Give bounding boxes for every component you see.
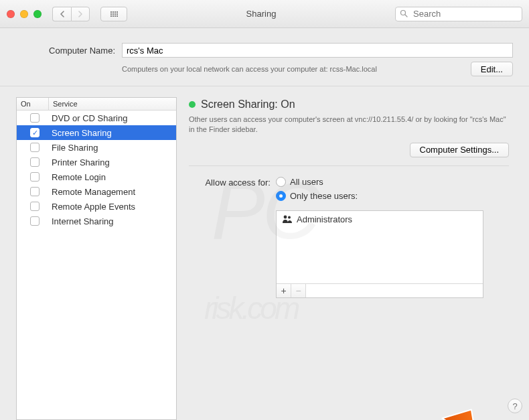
computer-name-input[interactable]: [122, 43, 513, 58]
edit-button[interactable]: Edit...: [471, 62, 513, 76]
radio-all-users[interactable]: [276, 177, 286, 187]
zoom-window-icon[interactable]: [33, 10, 42, 18]
table-row[interactable]: ✓Screen Sharing: [17, 125, 176, 140]
window-title: Sharing: [133, 9, 390, 19]
nav-buttons: [52, 7, 90, 21]
table-row[interactable]: Remote Apple Events: [17, 199, 176, 214]
service-label: DVD or CD Sharing: [49, 113, 172, 123]
annotation-arrow-icon: [437, 403, 485, 420]
table-row[interactable]: Internet Sharing: [17, 214, 176, 228]
back-button[interactable]: [52, 7, 71, 21]
show-all-button[interactable]: [100, 7, 127, 21]
service-label: Remote Apple Events: [49, 202, 172, 212]
service-checkbox[interactable]: [30, 143, 40, 152]
table-row[interactable]: Printer Sharing: [17, 155, 176, 169]
service-label: Remote Management: [49, 187, 172, 197]
users-box: Administrators + −: [276, 210, 483, 298]
service-checkbox[interactable]: ✓: [30, 128, 40, 137]
table-row[interactable]: Remote Login: [17, 169, 176, 184]
table-header: On Service: [17, 98, 176, 111]
service-label: Screen Sharing: [49, 128, 172, 138]
users-group-icon: [282, 214, 293, 224]
computer-name-label: Computer Name:: [16, 46, 115, 56]
radio-only-users[interactable]: [276, 191, 286, 201]
status-row: Screen Sharing: On: [189, 97, 509, 111]
user-label: Administrators: [297, 214, 352, 224]
search-input[interactable]: [395, 7, 522, 21]
search-wrap: [395, 7, 522, 21]
window-controls: [7, 10, 42, 18]
search-icon: [400, 9, 408, 19]
minimize-window-icon[interactable]: [20, 10, 28, 18]
services-table: On Service DVD or CD Sharing✓Screen Shar…: [16, 97, 177, 420]
service-checkbox[interactable]: [30, 187, 40, 196]
svg-point-2: [284, 216, 287, 219]
grid-icon: [110, 11, 118, 17]
service-label: Printer Sharing: [49, 157, 172, 167]
radio-only-users-label: Only these users:: [290, 191, 358, 201]
radio-all-users-label: All users: [290, 177, 323, 187]
radio-only-users-row[interactable]: Only these users:: [276, 191, 483, 201]
service-checkbox[interactable]: [30, 172, 40, 182]
service-label: Internet Sharing: [49, 216, 172, 226]
add-user-button[interactable]: +: [277, 284, 291, 297]
service-label: Remote Login: [49, 172, 172, 182]
service-checkbox[interactable]: [30, 216, 40, 226]
divider: [189, 165, 509, 166]
list-item[interactable]: Administrators: [277, 211, 483, 228]
table-row[interactable]: File Sharing: [17, 140, 176, 155]
service-checkbox[interactable]: [30, 113, 40, 123]
status-dot-icon: [189, 101, 196, 108]
access-label: Allow access for:: [189, 177, 271, 188]
chevron-right-icon: [78, 11, 83, 17]
table-row[interactable]: Remote Management: [17, 184, 176, 199]
service-checkbox[interactable]: [30, 202, 40, 211]
status-description: Other users can access your computer's s…: [189, 111, 509, 143]
computer-settings-button[interactable]: Computer Settings...: [410, 143, 510, 157]
users-list[interactable]: Administrators: [277, 211, 483, 283]
svg-line-1: [405, 15, 407, 17]
col-on[interactable]: On: [17, 98, 49, 110]
status-label: Screen Sharing: On: [201, 98, 295, 111]
col-service[interactable]: Service: [49, 98, 176, 110]
service-label: File Sharing: [49, 143, 172, 153]
close-window-icon[interactable]: [7, 10, 15, 18]
radio-all-users-row[interactable]: All users: [276, 177, 483, 187]
computer-name-sub: Computers on your local network can acce…: [122, 65, 471, 73]
table-row[interactable]: DVD or CD Sharing: [17, 111, 176, 125]
svg-point-3: [288, 216, 291, 219]
remove-user-button[interactable]: −: [291, 284, 306, 297]
service-checkbox[interactable]: [30, 157, 40, 167]
forward-button[interactable]: [71, 7, 90, 21]
help-button[interactable]: ?: [508, 399, 522, 413]
titlebar: Sharing: [0, 0, 529, 28]
chevron-left-icon: [60, 11, 65, 17]
svg-point-0: [401, 10, 406, 15]
